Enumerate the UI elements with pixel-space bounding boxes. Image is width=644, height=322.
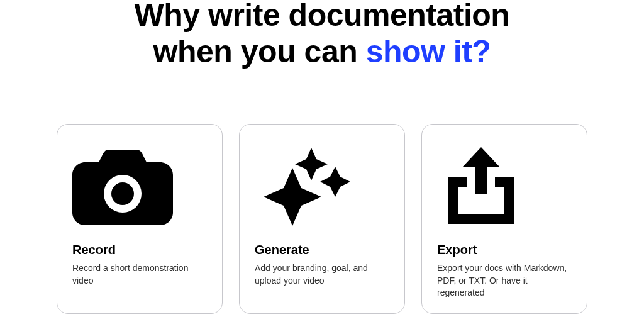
hero-line2-prefix: when you can [153, 34, 366, 69]
feature-card-export: Export Export your docs with Markdown, P… [421, 124, 587, 314]
feature-cards-row: Record Record a short demonstration vide… [0, 124, 644, 314]
card-title: Generate [255, 243, 391, 257]
card-description: Export your docs with Markdown, PDF, or … [437, 262, 573, 299]
card-title: Export [437, 243, 573, 257]
card-title: Record [72, 243, 208, 257]
card-description: Record a short demonstration video [72, 262, 208, 287]
hero-heading: Why write documentation when you can sho… [0, 0, 644, 70]
feature-card-generate: Generate Add your branding, goal, and up… [239, 124, 405, 314]
feature-card-record: Record Record a short demonstration vide… [57, 124, 223, 314]
export-icon [437, 140, 573, 234]
svg-point-1 [111, 182, 134, 205]
camera-icon [72, 140, 208, 234]
sparkles-icon [255, 140, 391, 234]
hero-highlight: show it? [366, 34, 491, 69]
hero-line1: Why write documentation [135, 0, 510, 33]
card-description: Add your branding, goal, and upload your… [255, 262, 391, 287]
